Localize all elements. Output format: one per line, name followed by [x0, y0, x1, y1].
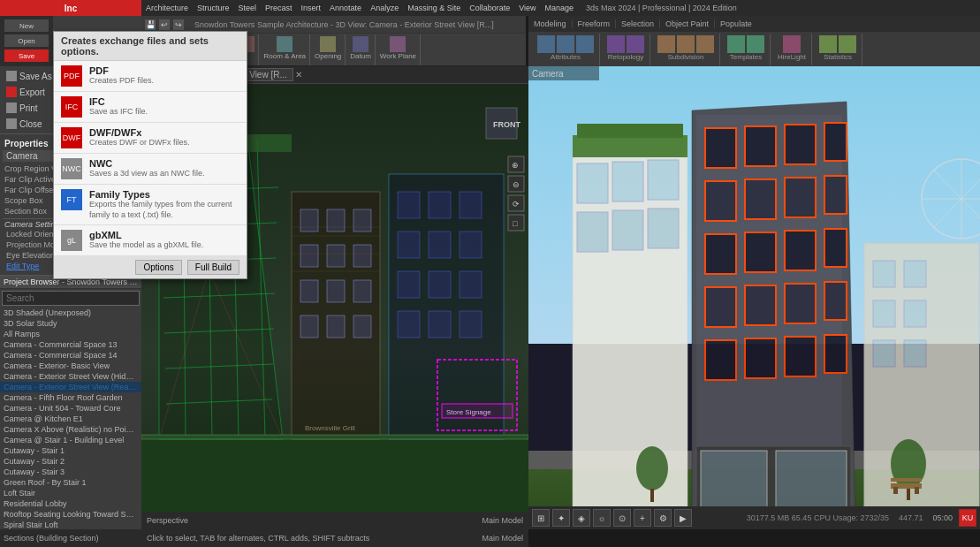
max-rb-btn-3[interactable]: [576, 35, 594, 53]
family-name: Family Types: [89, 189, 239, 200]
pdf-desc: Creates PDF files.: [89, 76, 154, 87]
max-rb-btn-11[interactable]: [783, 35, 801, 53]
btn-save[interactable]: Save: [4, 49, 49, 62]
max-rb-btn-12[interactable]: [819, 35, 837, 53]
pb-item-reslobby[interactable]: Residential Lobby: [0, 498, 141, 509]
menu-structure[interactable]: Structure: [193, 4, 234, 12]
menu-insert[interactable]: Insert: [297, 4, 326, 12]
full-build-btn[interactable]: Full Build: [187, 260, 239, 275]
pb-item-cam-kitchen[interactable]: Camera @ Kitchen E1: [0, 414, 141, 424]
svg-rect-86: [785, 284, 816, 323]
svg-rect-41: [429, 271, 451, 298]
options-btn[interactable]: Options: [135, 260, 181, 275]
max-tab-modeling[interactable]: Modeling: [528, 19, 573, 28]
max-rb-btn-6[interactable]: [657, 35, 675, 53]
max-rb-btn-1[interactable]: [537, 35, 555, 53]
max-viewport[interactable]: Camera ⊞ ✦ ◈ ☼ ⊙ + ⚙ ▶ 30177.5 MB 65.45 …: [528, 66, 980, 529]
dropdown-item-family[interactable]: FT Family Types Exports the family types…: [54, 185, 247, 225]
menu-precast[interactable]: Precast: [261, 4, 297, 12]
save-btn[interactable]: 💾: [145, 19, 156, 30]
max-tab-populate[interactable]: Populate: [715, 19, 757, 28]
menu-massing[interactable]: Massing & Site: [403, 4, 465, 12]
menu-architecture[interactable]: Architecture: [141, 4, 193, 12]
svg-rect-68: [573, 135, 688, 157]
max-rb-label-3: Subdivision: [668, 53, 704, 61]
svg-rect-44: [429, 311, 451, 338]
pb-item-cutaway1[interactable]: Cutaway - Stair 1: [0, 445, 141, 456]
max-transform-btn[interactable]: ✦: [552, 509, 570, 527]
project-browser-search[interactable]: [2, 291, 140, 306]
btn-new[interactable]: New: [4, 19, 49, 32]
max-rb-btn-5[interactable]: [627, 35, 644, 53]
dropdown-item-gbxml[interactable]: gL gbXML Save the model as a gbXML file.: [54, 225, 247, 256]
pb-item-3d-solar[interactable]: 3D Solar Study: [0, 318, 141, 329]
pb-item-cutaway3[interactable]: Cutaway - Stair 3: [0, 467, 141, 477]
pb-item-spiralloft[interactable]: Spiral Stair Loft: [0, 520, 141, 529]
pb-item-cutaway2[interactable]: Cutaway - Stair 2: [0, 456, 141, 467]
revit-app-icon[interactable]: Inc: [0, 0, 141, 16]
max-rendering-btn[interactable]: ▶: [674, 509, 692, 527]
revit-bottom-status: Sections (Building Section): [4, 534, 99, 543]
pb-item-loftstair[interactable]: Loft Stair: [0, 488, 141, 498]
export-icon: [6, 87, 17, 97]
opening-btn[interactable]: [320, 36, 336, 52]
datum-btn[interactable]: [353, 36, 368, 52]
room-btn[interactable]: [277, 36, 292, 52]
pb-item-cam-xabove[interactable]: Camera X Above (Realistic) no Point Clou…: [0, 424, 141, 435]
pb-item-cam-exthidden[interactable]: Camera - Exterior Street View (Hidden): [0, 371, 141, 382]
pb-item-cam-extbasic[interactable]: Camera - Exterior- Basic View: [0, 361, 141, 371]
redo-btn[interactable]: ↪: [173, 19, 184, 30]
max-rb-btn-4[interactable]: [607, 35, 625, 53]
max-rb-btn-10[interactable]: [747, 35, 764, 53]
pb-item-cam-unit504[interactable]: Camera - Unit 504 - Toward Core: [0, 403, 141, 414]
max-status-ku[interactable]: KU: [959, 509, 976, 527]
pb-item-all-ramps[interactable]: All Ramps: [0, 329, 141, 339]
pb-item-cam-cs13[interactable]: Camera - Commercial Space 13: [0, 339, 141, 350]
menu-steel[interactable]: Steel: [234, 4, 262, 12]
max-tab-objectpaint[interactable]: Object Paint: [660, 19, 715, 28]
svg-rect-21: [327, 245, 345, 267]
max-create-btn[interactable]: +: [634, 509, 651, 527]
menu-view[interactable]: View: [514, 4, 540, 12]
max-camera-btn[interactable]: ⊙: [613, 509, 631, 527]
menu-annotate[interactable]: Annotate: [325, 4, 366, 12]
dropdown-item-ifc[interactable]: IFC IFC Save as IFC file.: [54, 92, 247, 123]
revit-viewport-close[interactable]: ✕: [295, 70, 302, 80]
pb-item-greenroof[interactable]: Green Roof - By Stair 1: [0, 477, 141, 488]
pb-item-cam-stair1[interactable]: Camera @ Stair 1 - Building Level: [0, 435, 141, 445]
dropdown-item-pdf[interactable]: PDF PDF Creates PDF files.: [54, 61, 247, 92]
max-rb-btn-8[interactable]: [696, 35, 714, 53]
workplane-btn[interactable]: [390, 36, 406, 52]
max-graph-btn[interactable]: ⊞: [532, 509, 550, 527]
dropdown-item-nwc[interactable]: NWC NWC Saves a 3d view as an NWC file.: [54, 154, 247, 185]
max-tab-freeform[interactable]: Freeform: [573, 19, 617, 28]
menu-collaborate[interactable]: Collaborate: [465, 4, 514, 12]
dropdown-item-dwf[interactable]: DWF DWF/DWFx Creates DWF or DWFx files.: [54, 123, 247, 154]
svg-rect-45: [460, 311, 482, 338]
max-tools-btn[interactable]: ⚙: [654, 509, 672, 527]
max-rb-btn-9[interactable]: [727, 35, 745, 53]
max-rb-btn-7[interactable]: [677, 35, 695, 53]
nwc-text: NWC Saves a 3d view as an NWC file.: [89, 158, 205, 179]
max-tab-selection[interactable]: Selection: [616, 19, 660, 28]
max-lights-btn[interactable]: ☼: [593, 509, 611, 527]
undo-btn[interactable]: ↩: [159, 19, 170, 30]
max-materials-btn[interactable]: ◈: [573, 509, 590, 527]
perspective-label: Perspective: [147, 516, 188, 525]
btn-open[interactable]: Open: [4, 34, 49, 47]
pb-item-cam-cs14[interactable]: Camera - Commercial Space 14: [0, 350, 141, 361]
pb-item-3d-shaded[interactable]: 3D Shaded (Unexposed): [0, 308, 141, 318]
menu-manage[interactable]: Manage: [541, 4, 579, 12]
svg-rect-83: [824, 229, 847, 267]
pb-item-cam-fifthroof[interactable]: Camera - Fifth Floor Roof Garden: [0, 392, 141, 403]
max-rb-btn-2[interactable]: [557, 35, 574, 53]
svg-rect-79: [824, 176, 847, 214]
revit-logo-text: Inc: [65, 4, 77, 13]
gbxml-name: gbXML: [89, 230, 203, 240]
max-rb-btn-13[interactable]: [839, 35, 856, 53]
pb-item-rooftop[interactable]: Rooftop Seating Looking Toward Sundance: [0, 509, 141, 520]
pb-item-cam-extready[interactable]: Camera - Exterior Street View (Ready): [0, 382, 141, 392]
max-rb-label-6: Statistics: [824, 53, 852, 61]
menu-analyze[interactable]: Analyze: [366, 4, 403, 12]
ifc-desc: Save as IFC file.: [89, 107, 148, 118]
